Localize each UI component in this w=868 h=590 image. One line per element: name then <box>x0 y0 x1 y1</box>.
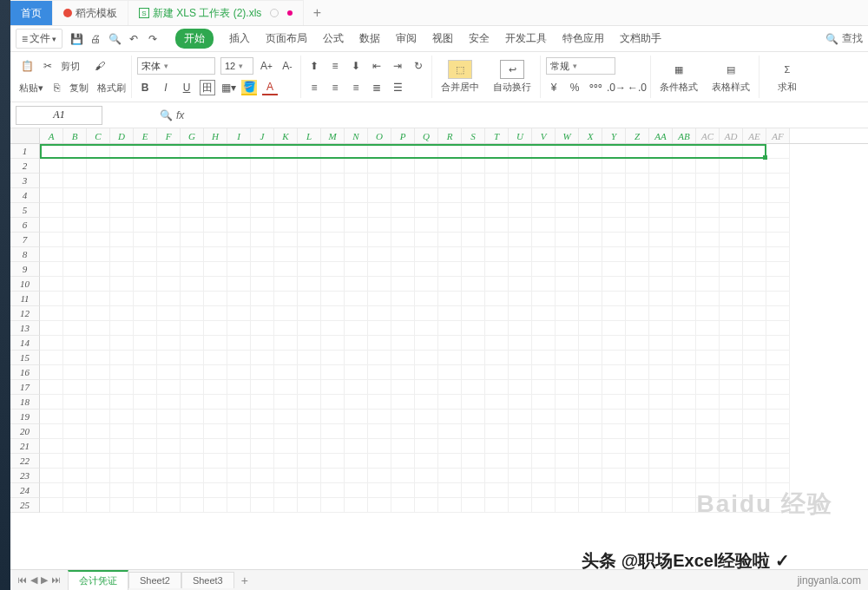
cell[interactable] <box>368 395 391 410</box>
row-header[interactable]: 15 <box>10 351 40 365</box>
cell[interactable] <box>63 321 87 336</box>
cell[interactable] <box>227 188 251 203</box>
cell[interactable] <box>556 306 579 321</box>
row-header[interactable]: 22 <box>10 454 40 469</box>
cell[interactable] <box>157 174 181 188</box>
col-header[interactable]: X <box>579 128 602 143</box>
cell[interactable] <box>274 439 298 454</box>
cell[interactable] <box>462 203 485 218</box>
cell[interactable] <box>415 424 438 439</box>
cell[interactable] <box>274 454 298 469</box>
cell[interactable] <box>626 144 649 159</box>
cell[interactable] <box>204 498 227 513</box>
cell[interactable] <box>110 454 134 469</box>
cell[interactable] <box>415 498 438 513</box>
cell[interactable] <box>720 159 743 174</box>
cell[interactable] <box>415 380 438 395</box>
cell[interactable] <box>673 483 696 498</box>
cell[interactable] <box>720 292 743 306</box>
cell[interactable] <box>63 469 87 483</box>
cell[interactable] <box>345 277 368 292</box>
cell[interactable] <box>509 159 532 174</box>
align-mid-icon[interactable]: ≡ <box>327 58 343 74</box>
cell[interactable] <box>204 159 227 174</box>
cell[interactable] <box>368 380 391 395</box>
cell[interactable] <box>696 454 720 469</box>
cell[interactable] <box>63 336 87 351</box>
cell[interactable] <box>696 174 720 188</box>
cell[interactable] <box>134 351 157 365</box>
cell[interactable] <box>345 247 368 262</box>
ribbon-tab-dev[interactable]: 开发工具 <box>505 31 547 46</box>
cell[interactable] <box>321 410 345 424</box>
cell[interactable] <box>462 439 485 454</box>
cell[interactable] <box>134 144 157 159</box>
cell[interactable] <box>485 306 509 321</box>
cell[interactable] <box>345 410 368 424</box>
cell[interactable] <box>181 159 204 174</box>
cell[interactable] <box>696 247 720 262</box>
cell[interactable] <box>87 410 110 424</box>
cell[interactable] <box>157 188 181 203</box>
cell[interactable] <box>391 262 415 277</box>
cell[interactable] <box>298 233 321 247</box>
cell[interactable] <box>556 351 579 365</box>
cell[interactable] <box>438 174 462 188</box>
cell[interactable] <box>649 292 673 306</box>
cell[interactable] <box>415 203 438 218</box>
cell[interactable] <box>485 188 509 203</box>
cell[interactable] <box>462 351 485 365</box>
row-header[interactable]: 23 <box>10 469 40 483</box>
cell[interactable] <box>87 144 110 159</box>
cell[interactable] <box>532 144 556 159</box>
cell[interactable] <box>649 395 673 410</box>
cell[interactable] <box>251 321 274 336</box>
cell[interactable] <box>227 203 251 218</box>
cell[interactable] <box>415 292 438 306</box>
cell[interactable] <box>415 233 438 247</box>
cell[interactable] <box>63 306 87 321</box>
row-header[interactable]: 6 <box>10 218 40 233</box>
col-header[interactable]: V <box>532 128 556 143</box>
cell[interactable] <box>509 424 532 439</box>
cell[interactable] <box>602 365 626 380</box>
cell[interactable] <box>743 306 766 321</box>
cell[interactable] <box>579 424 602 439</box>
cell[interactable] <box>204 380 227 395</box>
cell[interactable] <box>626 159 649 174</box>
cell[interactable] <box>556 410 579 424</box>
cell[interactable] <box>87 483 110 498</box>
cell[interactable] <box>63 351 87 365</box>
cell[interactable] <box>157 218 181 233</box>
zoom-icon[interactable]: 🔍 <box>160 109 173 121</box>
cell[interactable] <box>40 321 63 336</box>
cell[interactable] <box>509 439 532 454</box>
cell[interactable] <box>766 159 790 174</box>
cell[interactable] <box>368 321 391 336</box>
cell[interactable] <box>743 203 766 218</box>
cell[interactable] <box>743 159 766 174</box>
cell[interactable] <box>415 277 438 292</box>
cell[interactable] <box>368 203 391 218</box>
cell[interactable] <box>134 498 157 513</box>
cell[interactable] <box>556 395 579 410</box>
cell[interactable] <box>251 174 274 188</box>
cell[interactable] <box>391 233 415 247</box>
cell[interactable] <box>696 498 720 513</box>
cell[interactable] <box>766 247 790 262</box>
cell[interactable] <box>720 203 743 218</box>
cell[interactable] <box>63 233 87 247</box>
cell[interactable] <box>415 188 438 203</box>
cell[interactable] <box>274 395 298 410</box>
cell[interactable] <box>345 483 368 498</box>
cell[interactable] <box>227 483 251 498</box>
cell[interactable] <box>134 336 157 351</box>
cell[interactable] <box>134 218 157 233</box>
col-header[interactable]: B <box>63 128 87 143</box>
cell[interactable] <box>345 365 368 380</box>
cell[interactable] <box>462 233 485 247</box>
select-all-corner[interactable] <box>10 128 40 143</box>
cell[interactable] <box>485 262 509 277</box>
row-header[interactable]: 10 <box>10 277 40 292</box>
col-header[interactable]: J <box>251 128 274 143</box>
